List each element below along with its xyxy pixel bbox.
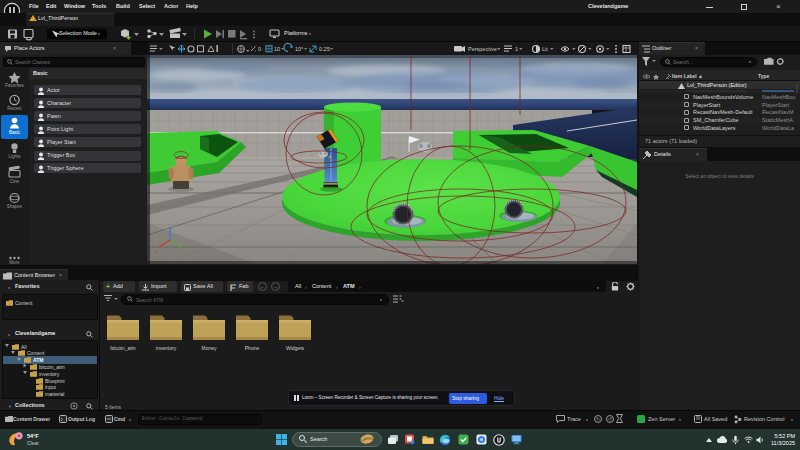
svg-text:Lit: Lit — [542, 46, 548, 52]
svg-text:0.25: 0.25 — [319, 46, 330, 52]
svg-text:Perspective: Perspective — [468, 46, 497, 52]
svg-text:10: 10 — [274, 46, 280, 52]
svg-text:x: x — [155, 249, 157, 254]
svg-text:1: 1 — [515, 46, 518, 52]
svg-text:0: 0 — [258, 46, 261, 52]
svg-text:y: y — [181, 249, 183, 254]
svg-text:10°: 10° — [295, 46, 303, 52]
